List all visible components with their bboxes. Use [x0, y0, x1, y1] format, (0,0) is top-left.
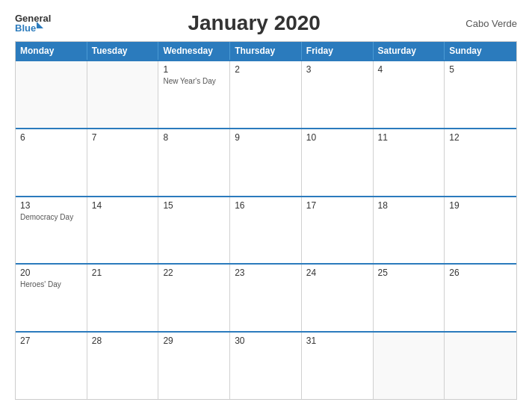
page: General Blue January 2020 Cabo Verde Mon… — [0, 0, 532, 411]
calendar-header-cell: Thursday — [230, 42, 302, 60]
calendar-cell — [87, 61, 159, 128]
day-number: 12 — [449, 132, 512, 143]
calendar-cell: 30 — [230, 333, 302, 399]
calendar-cell: 12 — [445, 129, 516, 196]
logo-blue-text: Blue — [15, 23, 36, 33]
day-number: 5 — [449, 64, 512, 75]
calendar-header-cell: Tuesday — [87, 42, 159, 60]
calendar-header-cell: Monday — [16, 42, 87, 60]
calendar: MondayTuesdayWednesdayThursdayFridaySatu… — [15, 41, 517, 400]
calendar-cell — [16, 61, 87, 128]
day-number: 22 — [163, 268, 225, 278]
calendar-header-cell: Saturday — [374, 42, 445, 60]
calendar-cell: 19 — [445, 197, 516, 264]
day-number: 13 — [20, 200, 82, 211]
calendar-header-row: MondayTuesdayWednesdayThursdayFridaySatu… — [16, 42, 516, 60]
calendar-cell: 26 — [445, 265, 516, 331]
day-number: 27 — [20, 336, 82, 346]
calendar-cell: 18 — [374, 197, 445, 264]
day-number: 17 — [306, 200, 368, 211]
calendar-cell — [445, 333, 516, 399]
calendar-cell: 4 — [374, 61, 445, 128]
day-number: 8 — [163, 132, 225, 143]
calendar-cell: 6 — [16, 129, 87, 196]
holiday-name: New Year's Day — [163, 76, 225, 86]
day-number: 28 — [92, 336, 154, 346]
day-number: 23 — [235, 268, 297, 278]
calendar-cell — [374, 333, 445, 399]
header: General Blue January 2020 Cabo Verde — [15, 11, 517, 35]
calendar-cell: 1New Year's Day — [158, 61, 230, 128]
country-name: Cabo Verde — [457, 18, 517, 29]
day-number: 26 — [449, 268, 512, 278]
calendar-cell: 16 — [230, 197, 302, 264]
calendar-cell: 17 — [302, 197, 374, 264]
day-number: 3 — [306, 64, 368, 75]
logo: General Blue — [15, 13, 51, 33]
calendar-cell: 22 — [158, 265, 230, 331]
calendar-cell: 8 — [158, 129, 230, 196]
holiday-name: Democracy Day — [20, 212, 82, 222]
day-number: 6 — [20, 132, 82, 143]
day-number: 10 — [306, 132, 368, 143]
calendar-week: 1New Year's Day2345 — [16, 60, 516, 128]
logo-triangle-icon — [37, 22, 43, 28]
day-number: 25 — [378, 268, 440, 278]
calendar-week: 13Democracy Day141516171819 — [16, 196, 516, 264]
day-number: 31 — [306, 336, 368, 346]
calendar-cell: 27 — [16, 333, 87, 399]
calendar-cell: 29 — [158, 333, 230, 399]
day-number: 29 — [163, 336, 225, 346]
calendar-cell: 3 — [302, 61, 374, 128]
calendar-week: 2728293031 — [16, 331, 516, 399]
day-number: 18 — [378, 200, 440, 211]
day-number: 20 — [20, 268, 82, 278]
calendar-cell: 11 — [374, 129, 445, 196]
calendar-title: January 2020 — [51, 11, 457, 35]
day-number: 16 — [235, 200, 297, 211]
calendar-cell: 14 — [87, 197, 159, 264]
calendar-cell: 25 — [374, 265, 445, 331]
calendar-cell: 10 — [302, 129, 374, 196]
day-number: 15 — [163, 200, 225, 211]
calendar-cell: 13Democracy Day — [16, 197, 87, 264]
day-number: 19 — [449, 200, 512, 211]
calendar-header-cell: Wednesday — [158, 42, 230, 60]
day-number: 11 — [378, 132, 440, 143]
calendar-cell: 28 — [87, 333, 159, 399]
calendar-cell: 2 — [230, 61, 302, 128]
calendar-cell: 5 — [445, 61, 516, 128]
day-number: 9 — [235, 132, 297, 143]
calendar-cell: 20Heroes' Day — [16, 265, 87, 331]
calendar-cell: 23 — [230, 265, 302, 331]
day-number: 21 — [92, 268, 154, 278]
day-number: 24 — [306, 268, 368, 278]
calendar-cell: 21 — [87, 265, 159, 331]
holiday-name: Heroes' Day — [20, 279, 82, 289]
calendar-cell: 9 — [230, 129, 302, 196]
day-number: 1 — [163, 64, 225, 75]
day-number: 2 — [235, 64, 297, 75]
calendar-week: 20Heroes' Day212223242526 — [16, 263, 516, 331]
day-number: 30 — [235, 336, 297, 346]
calendar-cell: 24 — [302, 265, 374, 331]
calendar-header-cell: Friday — [302, 42, 374, 60]
calendar-header-cell: Sunday — [445, 42, 516, 60]
calendar-cell: 15 — [158, 197, 230, 264]
calendar-cell: 31 — [302, 333, 374, 399]
day-number: 4 — [378, 64, 440, 75]
day-number: 14 — [92, 200, 154, 211]
day-number: 7 — [92, 132, 154, 143]
calendar-cell: 7 — [87, 129, 159, 196]
calendar-body: 1New Year's Day2345678910111213Democracy… — [16, 60, 516, 399]
calendar-week: 6789101112 — [16, 128, 516, 196]
